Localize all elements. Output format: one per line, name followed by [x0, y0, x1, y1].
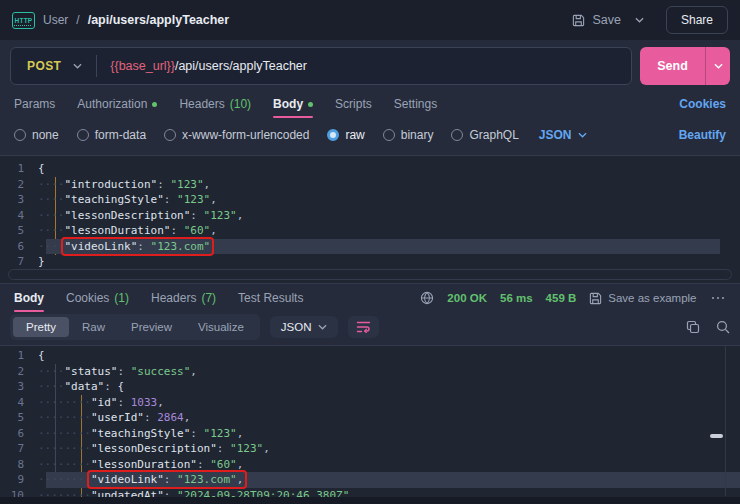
request-tab-scripts[interactable]: Scripts: [335, 97, 372, 111]
response-vertical-scrollbar-handle[interactable]: [710, 434, 723, 438]
radio-icon: [327, 129, 339, 141]
share-button[interactable]: Share: [666, 6, 728, 34]
response-time[interactable]: 56 ms: [500, 292, 533, 304]
request-tab-params[interactable]: Params: [14, 97, 55, 111]
line-content: ····"data": {: [38, 379, 124, 395]
send-button[interactable]: Send: [640, 47, 705, 85]
search-icon[interactable]: [716, 320, 730, 334]
response-body-viewer[interactable]: 1{2····"status": "success",3····"data": …: [0, 345, 740, 504]
line-number: 7: [0, 254, 38, 270]
response-vertical-scrollbar-track[interactable]: [725, 346, 726, 496]
line-content: ········"id": 1033,: [38, 395, 164, 411]
wrap-text-button[interactable]: [348, 316, 379, 338]
save-button[interactable]: Save: [572, 13, 621, 27]
send-options-chevron-icon[interactable]: [705, 47, 730, 85]
request-tabs-row: ParamsAuthorizationHeaders(10)BodyScript…: [0, 90, 740, 118]
view-mode-raw[interactable]: Raw: [69, 317, 118, 337]
response-tab-cookies[interactable]: Cookies(1): [66, 291, 129, 305]
body-type-form-data[interactable]: form-data: [77, 128, 146, 142]
line-number: 1: [0, 348, 38, 364]
view-mode-visualize[interactable]: Visualize: [185, 317, 257, 337]
response-toolbar: PrettyRawPreviewVisualize JSON: [10, 313, 730, 341]
modified-dot-icon: [152, 102, 157, 107]
request-tab-settings[interactable]: Settings: [394, 97, 437, 111]
line-number: 5: [0, 410, 38, 426]
postman-window: HTTP User / /api/users/applyTeacher Save…: [0, 0, 740, 504]
response-tab-test-results[interactable]: Test Results: [238, 291, 303, 305]
code-line-9: 9········"videoLink": "123.com",: [0, 472, 740, 488]
tab-label: Scripts: [335, 97, 372, 111]
beautify-link[interactable]: Beautify: [679, 128, 726, 142]
tab-label: Test Results: [238, 291, 303, 305]
request-tab-authorization[interactable]: Authorization: [77, 97, 157, 111]
response-tabs: BodyCookies(1)Headers(7)Test Results: [14, 291, 303, 305]
line-number: 4: [0, 208, 38, 224]
code-line-2: 2····"status": "success",: [0, 364, 740, 380]
tab-label: Headers: [151, 291, 196, 305]
response-meta: 200 OK 56 ms 459 B Save as example: [420, 291, 726, 305]
view-mode-pretty[interactable]: Pretty: [13, 317, 69, 337]
line-number: 7: [0, 441, 38, 457]
code-line-3: 3····"teachingStyle": "123",: [0, 192, 740, 208]
url-variable: {{base_url}}: [110, 59, 175, 73]
code-line-3: 3····"data": {: [0, 379, 740, 395]
top-bar: HTTP User / /api/users/applyTeacher Save…: [0, 0, 740, 40]
response-tab-headers[interactable]: Headers(7): [151, 291, 216, 305]
request-horizontal-scrollbar[interactable]: [8, 269, 732, 280]
language-select[interactable]: JSON: [539, 128, 587, 142]
radio-icon: [14, 129, 26, 141]
line-number: 1: [0, 161, 38, 177]
response-horizontal-scrollbar[interactable]: [0, 497, 740, 504]
radio-label: none: [32, 128, 59, 142]
body-type-raw[interactable]: raw: [327, 128, 364, 142]
line-content: ····"lessonDuration": "60",: [38, 223, 217, 239]
body-type-x-www-form-urlencoded[interactable]: x-www-form-urlencoded: [164, 128, 309, 142]
radio-icon: [451, 129, 463, 141]
line-number: 6: [0, 426, 38, 442]
code-line-4: 4········"id": 1033,: [0, 395, 740, 411]
wrap-text-icon: [356, 321, 371, 333]
request-body-editor[interactable]: 1{2····"introduction": "123",3····"teach…: [0, 155, 740, 284]
response-language-chevron-icon: [318, 324, 327, 330]
request-tab-body[interactable]: Body: [273, 97, 313, 111]
radio-label: x-www-form-urlencoded: [182, 128, 309, 142]
method-selector[interactable]: POST: [11, 59, 73, 73]
breadcrumb-collection[interactable]: User: [43, 13, 68, 27]
body-type-graphql[interactable]: GraphQL: [451, 128, 518, 142]
line-content: ····"teachingStyle": "123",: [38, 192, 217, 208]
response-language-select[interactable]: JSON: [270, 316, 339, 338]
response-tab-body[interactable]: Body: [14, 291, 44, 305]
language-chevron-icon: [578, 132, 587, 138]
tab-count-badge: (1): [114, 291, 129, 305]
top-actions: Save Share: [572, 6, 728, 34]
code-line-1: 1{: [0, 161, 740, 177]
request-tab-headers[interactable]: Headers(10): [179, 97, 251, 111]
body-type-row: noneform-datax-www-form-urlencodedrawbin…: [0, 122, 740, 148]
code-line-5: 5····"lessonDuration": "60",: [0, 223, 740, 239]
line-content: }: [38, 254, 45, 270]
code-line-5: 5········"userId": 2864,: [0, 410, 740, 426]
url-input[interactable]: {{base_url}}/api/users/applyTeacher: [97, 59, 307, 73]
line-content: ····"lessonDescription": "123",: [38, 208, 243, 224]
status-badge[interactable]: 200 OK: [447, 292, 487, 304]
code-line-8: 8········"lessonDuration": "60",: [0, 457, 740, 473]
http-request-icon: HTTP: [12, 12, 35, 29]
save-options-chevron-icon[interactable]: [631, 15, 648, 25]
view-mode-preview[interactable]: Preview: [118, 317, 185, 337]
line-content: ········"userId": 2864,: [38, 410, 190, 426]
copy-icon[interactable]: [686, 320, 700, 334]
request-title[interactable]: /api/users/applyTeacher: [88, 13, 230, 27]
more-options-icon[interactable]: [710, 293, 727, 304]
save-as-example-button[interactable]: Save as example: [589, 292, 696, 305]
body-type-binary[interactable]: binary: [383, 128, 434, 142]
annotation-red-box: "videoLink": "123.com",: [87, 473, 247, 486]
response-size[interactable]: 459 B: [546, 292, 577, 304]
line-content: {: [38, 161, 45, 177]
url-path: /api/users/applyTeacher: [175, 59, 307, 73]
line-content: ········"lessonDescription": "123",: [38, 441, 270, 457]
method-chevron-icon[interactable]: [73, 63, 96, 69]
response-code: 1{2····"status": "success",3····"data": …: [0, 348, 740, 503]
cookies-link[interactable]: Cookies: [679, 97, 726, 111]
body-type-none[interactable]: none: [14, 128, 59, 142]
save-icon: [572, 14, 585, 27]
